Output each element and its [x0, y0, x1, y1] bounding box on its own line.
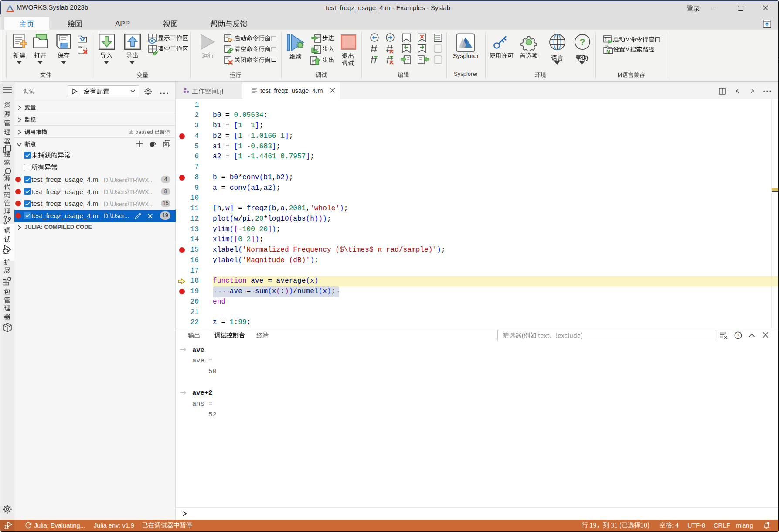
svg-text:?: ? — [737, 333, 739, 338]
svg-text:?: ? — [579, 37, 585, 48]
svg-text:M: M — [606, 49, 610, 54]
